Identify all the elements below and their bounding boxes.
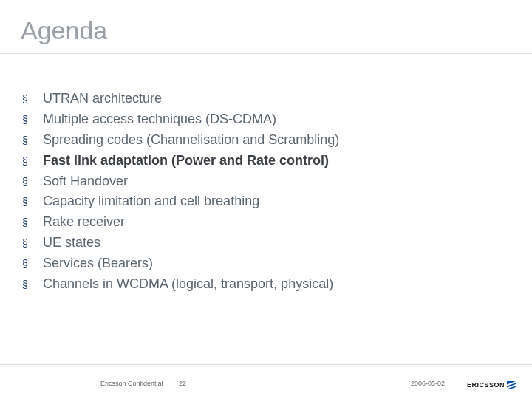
bullet-icon: § bbox=[22, 256, 43, 273]
bullet-icon: § bbox=[22, 133, 43, 149]
agenda-list: § UTRAN architecture § Multiple access t… bbox=[22, 89, 502, 295]
bullet-icon: § bbox=[22, 277, 43, 293]
ericsson-icon bbox=[507, 381, 516, 389]
list-item-label: Multiple access techniques (DS-CDMA) bbox=[43, 109, 276, 130]
footer-confidential: Ericsson Confidential bbox=[100, 380, 163, 387]
page-title: Agenda bbox=[21, 16, 107, 45]
brand-logo: ERICSSON bbox=[467, 381, 516, 389]
list-item-label: UTRAN architecture bbox=[43, 89, 162, 109]
bullet-icon: § bbox=[22, 112, 43, 129]
footer-divider bbox=[0, 366, 532, 367]
list-item-label: Rake receiver bbox=[43, 212, 125, 233]
list-item: § UTRAN architecture bbox=[22, 89, 502, 109]
list-item-label: UE states bbox=[43, 233, 100, 253]
list-item: § Capacity limitation and cell breathing bbox=[22, 191, 502, 212]
list-item: § Rake receiver bbox=[22, 212, 502, 233]
title-divider bbox=[0, 53, 532, 54]
slide: Agenda § UTRAN architecture § Multiple a… bbox=[0, 0, 532, 399]
footer-date: 2006-05-02 bbox=[411, 380, 445, 387]
footer-page-number: 22 bbox=[179, 380, 186, 387]
list-item: § Spreading codes (Channelisation and Sc… bbox=[22, 130, 502, 151]
bullet-icon: § bbox=[22, 236, 43, 252]
brand-name: ERICSSON bbox=[467, 381, 505, 389]
list-item-label: Channels in WCDMA (logical, transport, p… bbox=[43, 274, 333, 295]
footer: Ericsson Confidential 22 2006-05-02 bbox=[0, 374, 532, 387]
list-item: § UE states bbox=[22, 233, 502, 253]
list-item-label: Services (Bearers) bbox=[43, 253, 153, 274]
bullet-icon: § bbox=[22, 174, 43, 191]
list-item-label: Spreading codes (Channelisation and Scra… bbox=[43, 130, 339, 151]
footer-divider bbox=[0, 364, 532, 365]
list-item: § Services (Bearers) bbox=[22, 253, 502, 274]
list-item: § Channels in WCDMA (logical, transport,… bbox=[22, 274, 502, 295]
bullet-icon: § bbox=[22, 194, 43, 211]
bullet-icon: § bbox=[22, 215, 43, 231]
list-item: § Fast link adaptation (Power and Rate c… bbox=[22, 151, 502, 171]
list-item-label: Soft Handover bbox=[43, 171, 128, 192]
list-item-label: Capacity limitation and cell breathing bbox=[43, 191, 259, 212]
bullet-icon: § bbox=[22, 154, 43, 170]
list-item: § Multiple access techniques (DS-CDMA) bbox=[22, 109, 502, 130]
bullet-icon: § bbox=[22, 92, 43, 108]
list-item-label: Fast link adaptation (Power and Rate con… bbox=[43, 151, 329, 171]
list-item: § Soft Handover bbox=[22, 171, 502, 192]
